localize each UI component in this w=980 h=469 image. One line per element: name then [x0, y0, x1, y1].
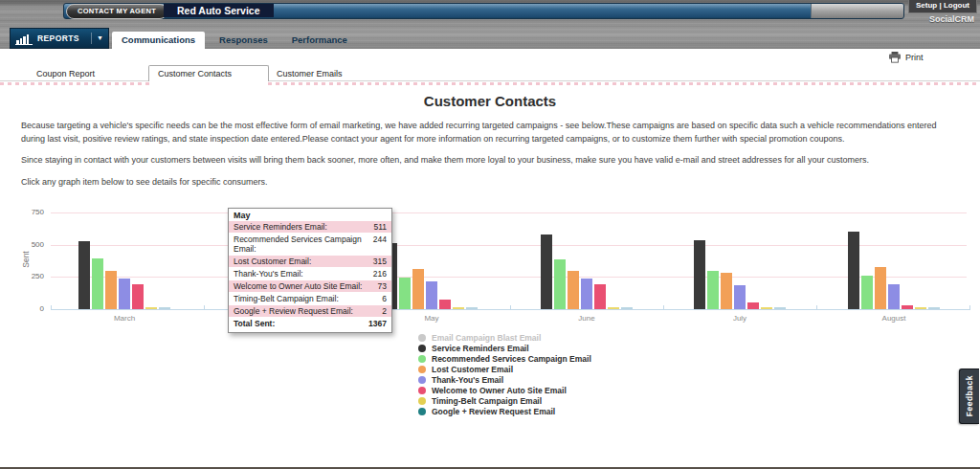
- subtab-customer-emails[interactable]: Customer Emails: [277, 69, 343, 78]
- tooltip-row-label: Welcome to Owner Auto Site Email:: [234, 281, 362, 291]
- legend-item[interactable]: Recommended Services Campaign Email: [418, 353, 591, 364]
- bar-group-may: [386, 243, 478, 309]
- tooltip-row: Timing-Belt Campaign Email:6: [229, 293, 391, 304]
- chart-gridline: [51, 245, 967, 246]
- socialcrm-app: CONTACT MY AGENT Red Auto Service Setup …: [0, 0, 980, 469]
- bar[interactable]: [132, 284, 144, 309]
- bar[interactable]: [707, 271, 719, 309]
- dotted-pink-line: [0, 82, 980, 85]
- bar[interactable]: [621, 307, 633, 309]
- bar[interactable]: [581, 279, 592, 309]
- chart-gridline: [51, 212, 967, 213]
- tooltip-row: Google + Review Request Email:2: [229, 305, 391, 317]
- bar[interactable]: [774, 307, 786, 309]
- tooltip-row-value: 6: [382, 294, 387, 303]
- x-axis-tick: [510, 305, 511, 310]
- bar[interactable]: [694, 240, 705, 309]
- setup-logout-link[interactable]: Setup | Logout: [908, 0, 977, 13]
- bar[interactable]: [92, 258, 103, 309]
- legend-item[interactable]: Service Reminders Email: [418, 343, 591, 353]
- bar[interactable]: [902, 305, 913, 309]
- bar[interactable]: [105, 271, 117, 309]
- tooltip-row-label: Service Reminders Email:: [234, 222, 327, 232]
- bar[interactable]: [159, 307, 170, 309]
- y-axis-tick: 500: [0, 240, 44, 249]
- bar[interactable]: [78, 241, 90, 309]
- subtab-coupon-report[interactable]: Coupon Report: [36, 69, 95, 78]
- legend-item[interactable]: Email Campaign Blast Email: [418, 332, 591, 343]
- bar[interactable]: [399, 278, 411, 309]
- bar[interactable]: [466, 307, 478, 309]
- bar[interactable]: [861, 276, 873, 309]
- tooltip-row-label: Lost Customer Email:: [234, 257, 311, 266]
- tab-communications[interactable]: Communications: [112, 32, 205, 49]
- bar[interactable]: [145, 307, 157, 309]
- paragraph: Since staying in contact with your custo…: [21, 154, 963, 168]
- reports-menu-button[interactable]: REPORTS ▼: [10, 28, 109, 49]
- bar[interactable]: [594, 284, 606, 309]
- tooltip-row-label: Google + Review Request Email:: [234, 306, 353, 316]
- bar[interactable]: [453, 307, 464, 309]
- tooltip-row-value: 2: [382, 306, 387, 316]
- bar[interactable]: [608, 307, 619, 309]
- top-banner: CONTACT MY AGENT Red Auto Service Setup …: [0, 0, 980, 49]
- intro-paragraphs: Because targeting a vehicle's specific n…: [21, 120, 963, 197]
- tooltip-total-label: Total Sent:: [234, 319, 275, 328]
- legend-dot-icon: [418, 387, 426, 394]
- tooltip-row: Recommended Services Campaign Email:244: [229, 234, 391, 255]
- bar[interactable]: [119, 279, 130, 309]
- tooltip-row: Lost Customer Email:315: [229, 256, 391, 267]
- bar[interactable]: [888, 284, 900, 309]
- chart-legend: Email Campaign Blast EmailService Remind…: [418, 332, 591, 416]
- bar[interactable]: [928, 307, 940, 309]
- x-axis-category-label: June: [539, 314, 635, 323]
- bar[interactable]: [875, 267, 886, 309]
- bar[interactable]: [554, 259, 566, 309]
- print-label: Print: [905, 53, 924, 62]
- bar[interactable]: [848, 232, 859, 309]
- y-axis-tick: 750: [0, 208, 44, 216]
- bar[interactable]: [439, 300, 451, 309]
- legend-dot-icon: [418, 345, 426, 352]
- legend-item[interactable]: Thank-You's Email: [418, 374, 591, 385]
- bar[interactable]: [761, 307, 772, 309]
- legend-item[interactable]: Lost Customer Email: [418, 364, 591, 374]
- legend-dot-icon: [418, 366, 426, 373]
- bar[interactable]: [721, 273, 732, 309]
- bar-group-march: [78, 241, 170, 309]
- tooltip-row: Welcome to Owner Auto Site Email:73: [229, 280, 391, 292]
- feedback-tab[interactable]: Feedback: [959, 368, 979, 424]
- subtab-customer-contacts[interactable]: Customer Contacts: [148, 65, 269, 81]
- legend-label: Timing-Belt Campaign Email: [432, 396, 542, 406]
- business-name: Red Auto Service: [164, 4, 274, 17]
- tooltip-row-label: Recommended Services Campaign Email:: [234, 234, 373, 254]
- legend-label: Thank-You's Email: [432, 375, 503, 385]
- legend-dot-icon: [418, 397, 426, 405]
- x-axis-category-label: March: [77, 314, 172, 323]
- tooltip-total-row: Total Sent: 1367: [229, 318, 391, 330]
- printer-icon: [888, 52, 902, 63]
- legend-item[interactable]: Welcome to Owner Auto Site Email: [418, 385, 591, 395]
- tooltip-row-label: Thank-You's Email:: [234, 269, 303, 279]
- legend-dot-icon: [418, 376, 426, 384]
- tab-performance[interactable]: Performance: [282, 32, 357, 49]
- bar-group-june: [541, 234, 633, 309]
- contact-my-agent-button[interactable]: CONTACT MY AGENT: [66, 4, 167, 19]
- bar-group-july: [694, 240, 786, 309]
- bar[interactable]: [412, 269, 424, 309]
- legend-label: Google + Review Request Email: [432, 407, 555, 416]
- chevron-down-icon[interactable]: ▼: [91, 33, 103, 44]
- bar[interactable]: [568, 271, 579, 309]
- legend-dot-icon: [418, 334, 426, 342]
- tooltip-row-value: 216: [373, 269, 387, 279]
- bar[interactable]: [915, 307, 926, 309]
- y-axis-tick: 250: [0, 272, 44, 280]
- bar[interactable]: [734, 285, 746, 309]
- legend-item[interactable]: Google + Review Request Email: [418, 406, 591, 416]
- bar[interactable]: [747, 302, 759, 309]
- legend-item[interactable]: Timing-Belt Campaign Email: [418, 395, 591, 406]
- tab-responses[interactable]: Responses: [210, 32, 278, 49]
- print-button[interactable]: Print: [888, 52, 924, 63]
- bar[interactable]: [426, 281, 437, 309]
- bar[interactable]: [541, 234, 552, 309]
